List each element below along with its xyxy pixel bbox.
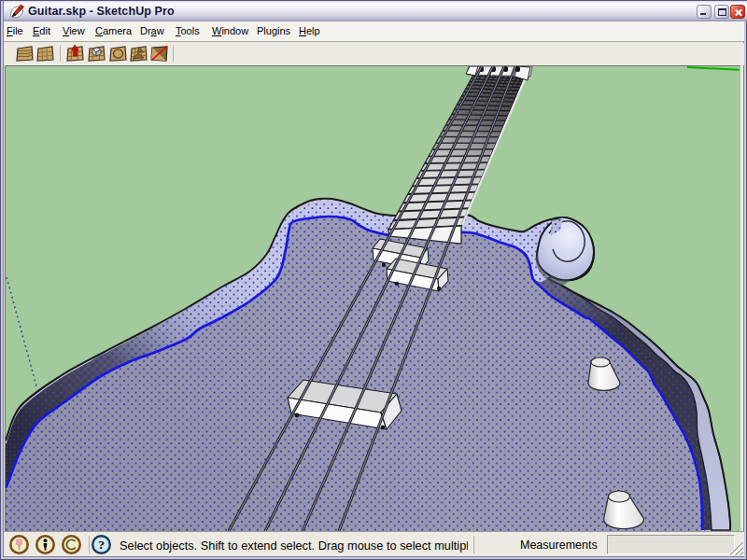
svg-text:?: ? [98,538,105,552]
